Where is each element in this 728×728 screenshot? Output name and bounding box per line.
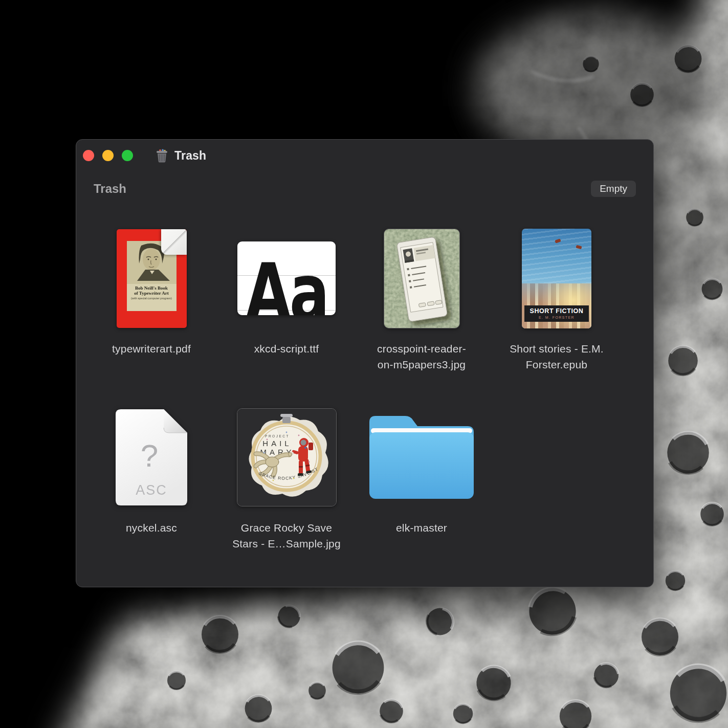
window-header: Trash Empty xyxy=(94,180,636,198)
file-item-nyckel-asc[interactable]: ? ASC nyckel.asc xyxy=(84,407,219,586)
icon-slot: SHORT FICTION E. M. FORSTER xyxy=(489,228,624,328)
file-item-elk-master-folder[interactable]: elk-master xyxy=(354,407,489,586)
file-label: Grace Rocky Save Stars - E…Sample.jpg xyxy=(232,520,341,551)
file-label: nyckel.asc xyxy=(126,520,177,536)
finder-window: Trash Trash Empty xyxy=(76,139,654,587)
pdf-cover-title: Bob Neill's Book of Typewriter Art xyxy=(134,285,168,296)
minimize-button[interactable] xyxy=(102,150,114,161)
ereader-photo-thumbnail xyxy=(384,229,460,328)
embroidery-photo-thumbnail: PROJECT HAIL MARY xyxy=(237,408,337,506)
icon-slot xyxy=(354,407,489,508)
folder-icon xyxy=(369,416,474,499)
pdf-cover-subtitle: (with special computer program) xyxy=(131,296,172,299)
embroidery-project-text: PROJECT xyxy=(265,434,290,438)
zoom-button[interactable] xyxy=(122,150,133,161)
epub-cover-title: SHORT FICTION xyxy=(530,307,583,315)
embroidery-photo-image: PROJECT HAIL MARY xyxy=(237,409,336,506)
window-title: Trash xyxy=(174,149,206,163)
epub-title-band: SHORT FICTION E. M. FORSTER xyxy=(524,305,589,322)
file-item-grace-rocky-jpg[interactable]: PROJECT HAIL MARY xyxy=(219,407,354,586)
close-button[interactable] xyxy=(83,150,94,161)
file-grid: Bob Neill's Book of Typewriter Art (with… xyxy=(84,228,624,586)
file-label: xkcd-script.ttf xyxy=(254,341,319,357)
window-titlebar[interactable]: Trash xyxy=(76,140,653,171)
file-item-forster-epub[interactable]: SHORT FICTION E. M. FORSTER Short storie… xyxy=(489,228,624,407)
file-label: elk-master xyxy=(396,520,447,536)
font-preview-thumbnail: Aa xyxy=(237,241,336,315)
file-extension-label: ASC xyxy=(136,482,167,498)
epub-cover-author: E. M. FORSTER xyxy=(539,316,575,319)
icon-slot: Bob Neill's Book of Typewriter Art (with… xyxy=(84,228,219,328)
trash-icon xyxy=(156,149,168,163)
unknown-type-glyph: ? xyxy=(141,438,158,473)
icon-slot: PROJECT HAIL MARY xyxy=(219,407,354,508)
file-label: crosspoint-reader- on-m5papers3.jpg xyxy=(377,341,466,372)
file-item-crosspoint-reader-jpg[interactable]: crosspoint-reader- on-m5papers3.jpg xyxy=(354,228,489,407)
icon-slot: Aa xyxy=(219,228,354,328)
page-curl-icon xyxy=(161,229,187,255)
icon-slot: ? ASC xyxy=(84,407,219,508)
ereader-photo-image xyxy=(384,229,459,328)
icon-slot xyxy=(354,228,489,328)
page-title: Trash xyxy=(94,182,126,196)
file-item-typewriterart-pdf[interactable]: Bob Neill's Book of Typewriter Art (with… xyxy=(84,228,219,407)
font-sample-glyphs: Aa xyxy=(245,253,327,315)
file-item-xkcd-script-ttf[interactable]: Aa xkcd-script.ttf xyxy=(219,228,354,407)
empty-trash-button[interactable]: Empty xyxy=(591,181,636,197)
epub-cover-thumbnail: SHORT FICTION E. M. FORSTER xyxy=(522,229,591,328)
file-label: Short stories - E.M. Forster.epub xyxy=(510,341,604,372)
embroidery-hail-text: HAIL xyxy=(262,439,292,448)
file-label: typewriterart.pdf xyxy=(112,341,191,357)
generic-document-icon: ? ASC xyxy=(116,409,187,505)
pdf-thumbnail: Bob Neill's Book of Typewriter Art (with… xyxy=(117,229,187,328)
